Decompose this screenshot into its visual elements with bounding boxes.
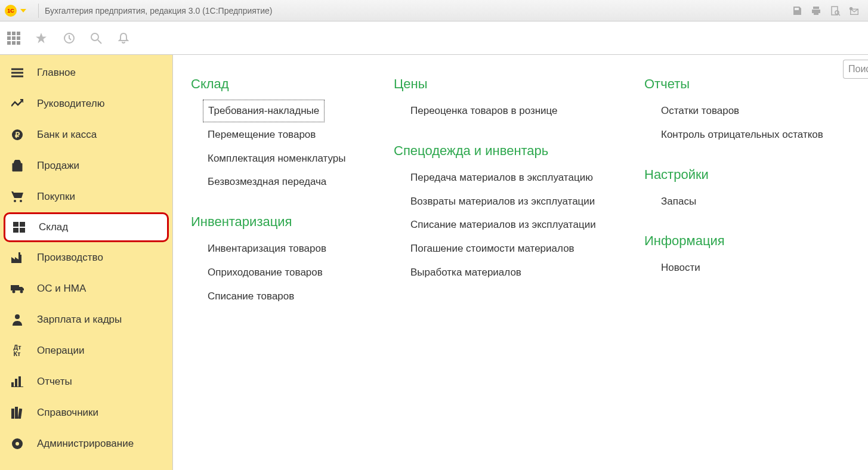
svg-point-6 bbox=[91, 33, 98, 41]
link-writeoff-goods[interactable]: Списание товаров bbox=[208, 285, 382, 308]
toolbar bbox=[0, 21, 868, 55]
sidebar-item-admin[interactable]: Администрирование bbox=[0, 428, 172, 459]
main-content: Поис Склад Требования-накладные Перемеще… bbox=[173, 55, 868, 470]
svg-rect-28 bbox=[11, 409, 14, 419]
link-return-materials[interactable]: Возвраты материалов из эксплуатации bbox=[410, 190, 632, 214]
search-icon[interactable] bbox=[89, 32, 103, 45]
svg-rect-19 bbox=[20, 228, 25, 233]
shopping-bag-icon bbox=[11, 160, 24, 172]
cart-icon bbox=[11, 191, 24, 203]
link-output-materials[interactable]: Выработка материалов bbox=[410, 261, 632, 285]
link-posting-goods[interactable]: Оприходование товаров bbox=[208, 261, 382, 285]
link-stocks[interactable]: Запасы bbox=[661, 190, 823, 214]
mail-icon[interactable] bbox=[849, 5, 860, 16]
truck-icon bbox=[11, 284, 24, 293]
section-reports: Отчеты bbox=[644, 76, 823, 92]
sidebar-item-operations[interactable]: ДтКт Операции bbox=[0, 335, 172, 366]
svg-point-23 bbox=[15, 314, 20, 319]
link-assembly[interactable]: Комплектация номенклатуры bbox=[208, 147, 382, 171]
apps-icon[interactable] bbox=[7, 32, 20, 45]
sidebar: Главное Руководителю ₽ Банк и касса Прод… bbox=[0, 55, 173, 470]
dropdown-arrow-icon[interactable] bbox=[20, 9, 26, 13]
factory-icon bbox=[11, 252, 24, 263]
star-icon[interactable] bbox=[35, 32, 48, 45]
sidebar-item-label: Администрирование bbox=[37, 438, 134, 450]
divider bbox=[38, 4, 39, 18]
sidebar-item-catalogs[interactable]: Справочники bbox=[0, 397, 172, 428]
sidebar-item-label: Операции bbox=[37, 345, 85, 357]
svg-rect-13 bbox=[13, 163, 22, 171]
sidebar-item-label: Покупки bbox=[37, 191, 75, 203]
svg-point-21 bbox=[13, 290, 16, 293]
sidebar-item-label: Продажи bbox=[37, 160, 79, 172]
svg-rect-16 bbox=[13, 222, 18, 227]
link-news[interactable]: Новости bbox=[661, 256, 823, 280]
link-revaluation[interactable]: Переоценка товаров в рознице bbox=[410, 99, 632, 123]
sidebar-item-main[interactable]: Главное bbox=[0, 57, 172, 88]
save-icon[interactable] bbox=[792, 5, 802, 16]
history-icon[interactable] bbox=[62, 32, 75, 45]
bell-icon[interactable] bbox=[117, 32, 130, 45]
books-icon bbox=[11, 407, 24, 419]
sidebar-item-label: ОС и НМА bbox=[37, 283, 86, 295]
debit-credit-icon: ДтКт bbox=[11, 344, 24, 357]
sidebar-item-warehouse[interactable]: Склад bbox=[4, 212, 169, 242]
svg-rect-17 bbox=[20, 222, 25, 227]
link-requirements[interactable]: Требования-накладные bbox=[203, 100, 325, 122]
sidebar-item-assets[interactable]: ОС и НМА bbox=[0, 273, 172, 304]
svg-line-7 bbox=[98, 40, 101, 44]
link-move-goods[interactable]: Перемещение товаров bbox=[208, 123, 382, 147]
sidebar-item-label: Склад bbox=[39, 221, 68, 233]
sidebar-item-label: Производство bbox=[37, 252, 103, 264]
svg-line-2 bbox=[838, 14, 840, 16]
sidebar-item-label: Отчеты bbox=[37, 376, 72, 388]
print-icon[interactable] bbox=[811, 5, 821, 16]
search-input[interactable]: Поис bbox=[843, 60, 868, 79]
preview-icon[interactable] bbox=[830, 5, 841, 16]
svg-point-4 bbox=[850, 7, 852, 10]
menu-icon bbox=[11, 68, 24, 78]
sidebar-item-bank[interactable]: ₽ Банк и касса bbox=[0, 119, 172, 150]
ruble-icon: ₽ bbox=[11, 129, 24, 141]
svg-rect-26 bbox=[18, 376, 21, 387]
app-logo-icon: 1С bbox=[5, 5, 17, 17]
link-repay-cost[interactable]: Погашение стоимости материалов bbox=[410, 237, 632, 261]
section-warehouse: Склад bbox=[191, 76, 382, 92]
sidebar-item-purchases[interactable]: Покупки bbox=[0, 181, 172, 212]
section-inventory: Инвентаризация bbox=[191, 214, 382, 230]
link-writeoff-materials[interactable]: Списание материалов из эксплуатации bbox=[410, 213, 632, 237]
link-stock-balance[interactable]: Остатки товаров bbox=[661, 99, 823, 123]
person-icon bbox=[11, 314, 24, 326]
svg-rect-20 bbox=[11, 285, 19, 290]
gear-icon bbox=[11, 438, 24, 450]
section-prices: Цены bbox=[394, 76, 632, 92]
section-workwear: Спецодежда и инвентарь bbox=[394, 143, 632, 159]
sidebar-item-sales[interactable]: Продажи bbox=[0, 150, 172, 181]
svg-rect-30 bbox=[18, 409, 22, 419]
svg-point-22 bbox=[20, 290, 23, 293]
sidebar-item-production[interactable]: Производство bbox=[0, 242, 172, 273]
titlebar: 1С Бухгалтерия предприятия, редакция 3.0… bbox=[0, 0, 868, 21]
sidebar-item-hr[interactable]: Зарплата и кадры bbox=[0, 304, 172, 335]
svg-rect-24 bbox=[11, 382, 14, 387]
svg-rect-29 bbox=[15, 407, 18, 419]
sidebar-item-label: Справочники bbox=[37, 407, 98, 419]
window-title: Бухгалтерия предприятия, редакция 3.0 (1… bbox=[45, 6, 792, 16]
sidebar-item-label: Руководителю bbox=[37, 98, 104, 110]
link-transfer-materials[interactable]: Передача материалов в эксплуатацию bbox=[410, 166, 632, 190]
svg-point-15 bbox=[20, 200, 22, 202]
svg-rect-25 bbox=[15, 379, 17, 387]
bar-chart-icon bbox=[11, 376, 24, 387]
sidebar-item-label: Банк и касса bbox=[37, 129, 97, 141]
sidebar-item-reports[interactable]: Отчеты bbox=[0, 366, 172, 397]
svg-rect-18 bbox=[13, 228, 18, 233]
link-negative-control[interactable]: Контроль отрицательных остатков bbox=[661, 123, 823, 147]
svg-point-14 bbox=[14, 200, 16, 202]
sidebar-item-manager[interactable]: Руководителю bbox=[0, 88, 172, 119]
svg-point-32 bbox=[16, 442, 19, 446]
link-free-transfer[interactable]: Безвозмездная передача bbox=[208, 170, 382, 194]
section-settings: Настройки bbox=[644, 167, 823, 183]
link-inventory-goods[interactable]: Инвентаризация товаров bbox=[208, 237, 382, 261]
sidebar-item-label: Зарплата и кадры bbox=[37, 314, 122, 326]
svg-text:₽: ₽ bbox=[15, 131, 20, 140]
